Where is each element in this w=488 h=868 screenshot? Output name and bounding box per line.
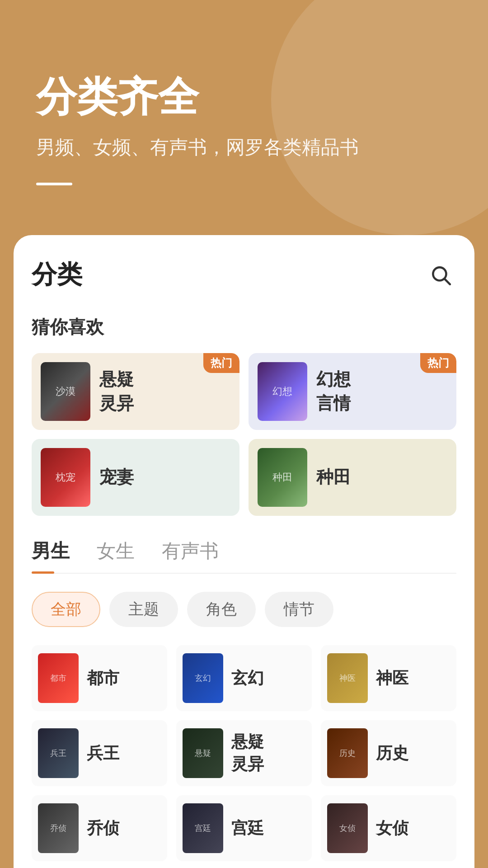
filter-theme[interactable]: 主题 — [109, 592, 178, 627]
filter-bar: 全部 主题 角色 情节 — [32, 592, 456, 627]
guess-card-mystery[interactable]: 热门 沙漠 悬疑灵异 — [32, 353, 239, 430]
book-cover-farming: 种田 — [258, 448, 307, 507]
category-bingwang[interactable]: 兵王 兵王 — [32, 720, 167, 786]
category-row3a[interactable]: 乔侦 乔侦 — [32, 795, 167, 861]
svg-line-1 — [445, 279, 450, 284]
card-header: 分类 — [32, 258, 456, 292]
guess-section-label: 猜你喜欢 — [32, 315, 456, 340]
cat-cover-dushi: 都市 — [38, 653, 79, 703]
guess-label-fantasy: 幻想言情 — [316, 368, 351, 415]
cat-cover-xuanhuan: 玄幻 — [183, 653, 223, 703]
cat-cover-xuanyi: 悬疑 — [183, 728, 223, 778]
cat-label-lishi: 历史 — [376, 742, 408, 764]
guess-card-fantasy[interactable]: 热门 幻想 幻想言情 — [249, 353, 456, 430]
hero-circle-decoration — [271, 0, 488, 235]
category-grid: 都市 都市 玄幻 玄幻 神医 神医 — [32, 645, 456, 861]
book-cover-spoil: 枕宠 — [41, 448, 90, 507]
tab-bar: 男生 女生 有声书 — [32, 538, 456, 574]
cat-label-row3a: 乔侦 — [87, 817, 119, 840]
guess-label-farming: 种田 — [316, 465, 351, 489]
category-shenyi[interactable]: 神医 神医 — [321, 645, 456, 711]
book-cover-fantasy: 幻想 — [258, 362, 307, 421]
guess-card-farming[interactable]: 种田 种田 — [249, 439, 456, 516]
cat-cover-row3b: 宫廷 — [183, 803, 223, 853]
filter-all[interactable]: 全部 — [32, 592, 100, 627]
cat-cover-lishi: 历史 — [327, 728, 368, 778]
guess-grid: 热门 沙漠 悬疑灵异 热门 幻想 幻想言情 枕宠 — [32, 353, 456, 516]
cat-label-xuanyi: 悬疑灵异 — [231, 731, 264, 775]
cat-cover-row3c: 女侦 — [327, 803, 368, 853]
category-xuanhuan[interactable]: 玄幻 玄幻 — [176, 645, 312, 711]
cat-label-row3c: 女侦 — [376, 817, 408, 840]
cat-label-shenyi: 神医 — [376, 667, 408, 689]
main-card: 分类 猜你喜欢 热门 沙漠 悬疑灵异 热门 幻想 — [14, 235, 474, 868]
cat-cover-shenyi: 神医 — [327, 653, 368, 703]
cat-cover-row3a: 乔侦 — [38, 803, 79, 853]
guess-label-mystery: 悬疑灵异 — [99, 368, 134, 415]
guess-card-spoil[interactable]: 枕宠 宠妻 — [32, 439, 239, 516]
hot-badge-fantasy: 热门 — [420, 353, 456, 373]
tab-audio[interactable]: 有声书 — [162, 538, 219, 573]
search-button[interactable] — [425, 259, 456, 291]
hot-badge-mystery: 热门 — [203, 353, 239, 373]
hero-divider — [36, 183, 72, 185]
category-dushi[interactable]: 都市 都市 — [32, 645, 167, 711]
tab-female[interactable]: 女生 — [97, 538, 135, 573]
hero-section: 分类齐全 男频、女频、有声书，网罗各类精品书 — [0, 0, 488, 235]
cat-label-xuanhuan: 玄幻 — [231, 667, 264, 689]
card-title: 分类 — [32, 258, 82, 292]
tab-male[interactable]: 男生 — [32, 538, 70, 573]
category-row3b[interactable]: 宫廷 宫廷 — [176, 795, 312, 861]
cat-label-dushi: 都市 — [87, 667, 119, 689]
cat-cover-bingwang: 兵王 — [38, 728, 79, 778]
guess-label-spoil: 宠妻 — [99, 465, 134, 489]
filter-plot[interactable]: 情节 — [265, 592, 333, 627]
category-xuanyi[interactable]: 悬疑 悬疑灵异 — [176, 720, 312, 786]
category-lishi[interactable]: 历史 历史 — [321, 720, 456, 786]
cat-label-bingwang: 兵王 — [87, 742, 119, 764]
category-row3c[interactable]: 女侦 女侦 — [321, 795, 456, 861]
cat-label-row3b: 宫廷 — [231, 817, 264, 840]
filter-role[interactable]: 角色 — [187, 592, 256, 627]
book-cover-mystery: 沙漠 — [41, 362, 90, 421]
